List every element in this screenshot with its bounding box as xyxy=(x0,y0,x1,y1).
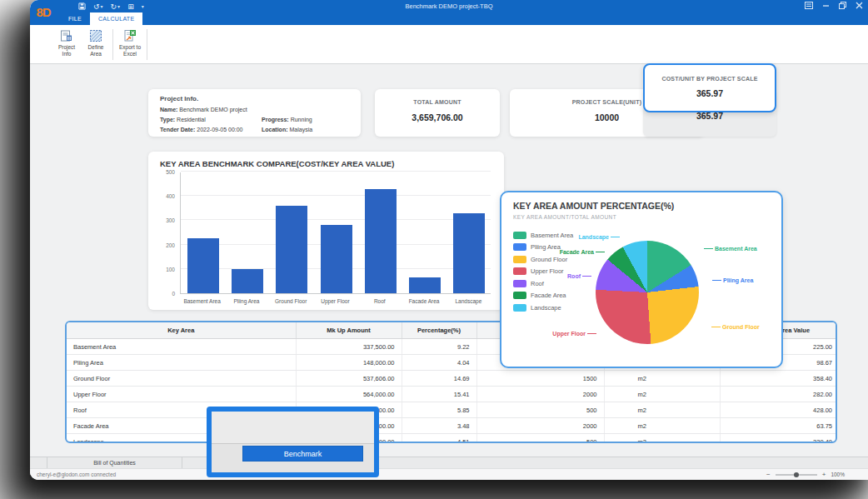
export-to-excel-button[interactable]: Export to Excel xyxy=(117,27,143,62)
table-cell: 2000 xyxy=(476,418,604,434)
zoom-percentage: 100% xyxy=(831,469,845,480)
table-cell: 564,000.00 xyxy=(296,387,402,402)
table-cell: Pliing Area xyxy=(67,355,296,371)
pie-label-connector xyxy=(587,333,596,334)
zoom-slider-handle[interactable] xyxy=(794,472,799,477)
project-name-label: Name: xyxy=(160,107,177,112)
table-header-cell[interactable]: Mk Up Amount xyxy=(296,322,402,339)
tab-bill-of-quantities[interactable]: Bill of Quantities xyxy=(47,457,182,468)
legend-label: Roof xyxy=(531,280,544,287)
tab-file[interactable]: FILE xyxy=(60,12,90,25)
legend-item: Landscape xyxy=(513,302,573,314)
legend-label: Upper Floor xyxy=(531,267,564,275)
table-row[interactable]: Upper Floor564,000.0015.412000m2282.00 xyxy=(67,387,837,402)
gridline xyxy=(181,171,491,172)
legend-swatch xyxy=(513,292,526,299)
pie-slice-label: Roof xyxy=(567,273,591,279)
table-row[interactable]: Facade Area127,500.003.482000m263.75 xyxy=(67,418,837,434)
pie-label-text: Ground Floor xyxy=(722,324,760,330)
y-axis-tick: 400 xyxy=(148,193,175,199)
pie-label-text: Facade Area xyxy=(560,249,594,255)
window-title: Benchmark DEMO project-TBQ xyxy=(30,2,868,10)
location-label: Location: xyxy=(262,127,288,132)
window-layout-icon[interactable] xyxy=(805,2,813,9)
table-cell: 330.40 xyxy=(720,434,837,444)
ribbon-button-label: Export to Excel xyxy=(117,44,143,57)
legend-swatch xyxy=(513,267,526,275)
define-area-button[interactable]: Define Area xyxy=(82,27,109,62)
ribbon-button-label: Define Area xyxy=(82,44,109,57)
tab-calculate[interactable]: CALCULATE xyxy=(90,12,142,25)
total-amount-card: TOTAL AMOUNT 3,659,706.00 xyxy=(375,89,500,137)
pie-chart-title: KEY AREA AMOUNT PERCENTAGE(%) xyxy=(513,201,674,211)
table-cell: 428.00 xyxy=(720,402,837,418)
pie-slice-label: Upper Floor xyxy=(552,331,596,337)
bar-chart-panel: KEY AREA BENCHMARK COMPARE(COST/KEY AREA… xyxy=(148,152,504,310)
pie-legend: Basement AreaPliing AreaGround FloorUppe… xyxy=(513,229,573,314)
zoom-slider[interactable] xyxy=(776,474,817,476)
gridline xyxy=(181,219,491,220)
table-row[interactable]: Roof214,000.005.85500m2428.00 xyxy=(67,402,837,418)
minimize-button[interactable] xyxy=(822,2,830,9)
table-header-cell[interactable]: Key Area xyxy=(67,322,296,339)
pie-label-text: Basement Area xyxy=(715,246,757,252)
table-cell: 282.00 xyxy=(720,387,837,402)
table-cell: m2 xyxy=(604,402,720,418)
table-cell: 337,500.00 xyxy=(296,339,402,355)
app-window: 8D ↺▾ ↻▾ ⊞ ▾ Benchmark DEMO project-TBQ xyxy=(30,0,868,480)
table-cell: 15.41 xyxy=(402,387,476,402)
content-area: Project Info. Name: Benchmark DEMO proje… xyxy=(30,64,868,457)
pie-slice-label: Pliing Area xyxy=(712,277,753,283)
pie-label-connector xyxy=(582,276,591,277)
table-cell: Basement Area xyxy=(67,339,296,355)
ribbon: Project Info Define Area Export to Excel xyxy=(30,25,868,64)
table-cell: m2 xyxy=(604,434,720,444)
project-info-button[interactable]: Project Info xyxy=(53,27,80,62)
bar xyxy=(453,213,485,293)
gridline xyxy=(181,195,491,196)
x-axis-label: Ground Floor xyxy=(269,298,313,304)
table-cell: 4.04 xyxy=(402,355,476,371)
zoom-out-button[interactable]: − xyxy=(766,469,771,480)
status-connection-text: cheryl-e@glodon.com connected xyxy=(37,469,116,480)
pie-label-text: Upper Floor xyxy=(552,331,586,337)
legend-item: Ground Floor xyxy=(513,253,573,266)
x-axis-label: Pliing Area xyxy=(224,298,268,304)
legend-swatch xyxy=(513,304,526,312)
screenshot-canvas: 8D ↺▾ ↻▾ ⊞ ▾ Benchmark DEMO project-TBQ xyxy=(0,0,868,499)
table-row[interactable]: Landscape165,200.004.51500m2330.40 xyxy=(67,434,837,444)
cost-unit-callout[interactable]: COST/UNIT BY PROJECT SCALE 365.97 xyxy=(643,63,776,112)
table-cell: 500 xyxy=(476,434,604,444)
project-info-icon xyxy=(53,28,80,43)
y-axis-tick: 200 xyxy=(148,242,175,248)
table-cell: Ground Floor xyxy=(67,371,296,387)
table-cell: 3.48 xyxy=(402,418,476,434)
y-axis-tick: 100 xyxy=(148,267,175,272)
pie-chart xyxy=(596,241,699,344)
table-cell: 5.85 xyxy=(402,402,476,418)
legend-label: Ground Floor xyxy=(531,256,567,263)
x-axis-label: Basement Area xyxy=(180,298,224,304)
y-axis-tick: 500 xyxy=(148,169,175,175)
restore-button[interactable] xyxy=(839,2,846,9)
bar-plot xyxy=(180,172,491,294)
pie-chart-panel: KEY AREA AMOUNT PERCENTAGE(%) KEY AREA A… xyxy=(500,191,783,368)
table-cell: 9.22 xyxy=(402,339,476,355)
table-header-cell[interactable]: Percentage(%) xyxy=(402,322,476,339)
bottom-tabbar: Bill of Quantities Build-up Unit Rates xyxy=(30,457,868,468)
benchmark-button[interactable]: Benchmark xyxy=(242,446,363,462)
close-button[interactable] xyxy=(856,2,863,9)
legend-swatch xyxy=(513,243,526,251)
pie-label-connector xyxy=(712,280,721,281)
table-cell: m2 xyxy=(604,387,720,402)
table-row[interactable]: Ground Floor537,606.0014.691500m2358.40 xyxy=(67,371,837,387)
x-axis-label: Landscape xyxy=(446,298,491,304)
pie-label-text: Landscape xyxy=(578,234,609,240)
zoom-in-button[interactable]: + xyxy=(822,469,826,480)
table-cell: 4.51 xyxy=(402,434,476,444)
bar xyxy=(232,269,263,293)
project-info-card: Project Info. Name: Benchmark DEMO proje… xyxy=(148,89,361,137)
cost-unit-callout-label: COST/UNIT BY PROJECT SCALE xyxy=(645,76,775,82)
x-axis-label: Roof xyxy=(357,298,402,304)
table-cell: 148,000.00 xyxy=(296,355,402,371)
